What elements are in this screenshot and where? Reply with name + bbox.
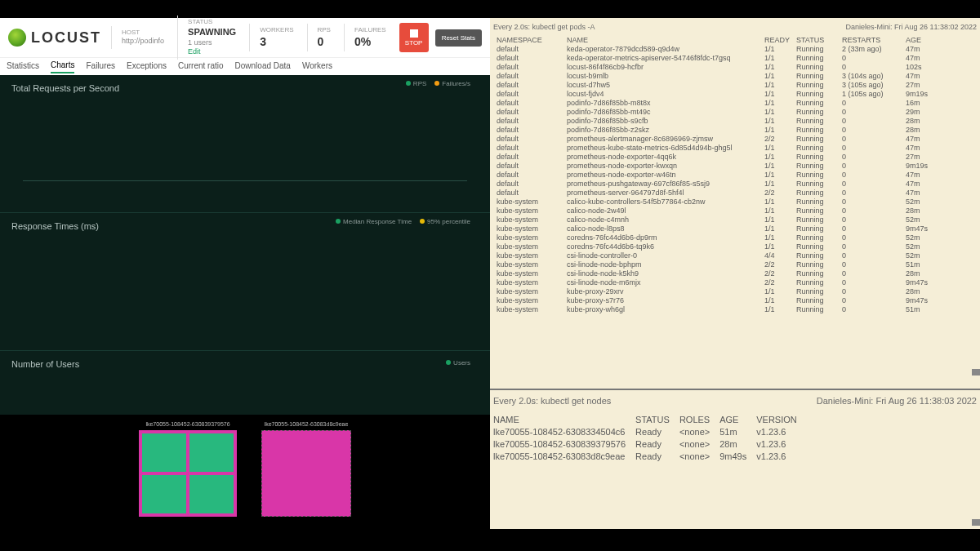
table-row: defaultprometheus-node-exporter-4qq6k1/1… [493, 153, 977, 162]
table-row: lke70055-108452-630839379576Ready<none>2… [493, 438, 807, 451]
host-block: HOST http://podinfo [111, 26, 174, 49]
table-row: defaultpodinfo-7d86f85bb-z2skz1/1Running… [493, 126, 977, 135]
nodes-table: NAMESTATUSROLESAGEVERSIONlke70055-108452… [493, 414, 807, 463]
table-row: defaultprometheus-node-exporter-kwxqn1/1… [493, 162, 977, 171]
status-value: SPAWNING [188, 26, 236, 38]
table-row: defaultpodinfo-7d86f85bb-mt49c1/1Running… [493, 108, 977, 117]
brand-text: LOCUST [31, 29, 101, 47]
status-block: STATUS SPAWNING 1 users Edit [177, 16, 246, 60]
table-row: defaultprometheus-server-964797d8f-5hf4l… [493, 189, 977, 198]
locust-logo: LOCUST [8, 29, 108, 47]
table-row: kube-systemcsi-linode-controller-04/4Run… [493, 251, 977, 260]
worker-grid-icon [139, 430, 237, 517]
chart-users-title: Number of Users [11, 359, 479, 369]
table-row: defaultprometheus-alertmanager-8c6896969… [493, 135, 977, 144]
chart-response: Response Times (ms) Median Response Time… [0, 213, 490, 351]
table-row: defaultprometheus-node-exporter-w46tn1/1… [493, 171, 977, 180]
host-value: http://podinfo [122, 37, 164, 47]
chart-users: Number of Users Users [0, 351, 490, 390]
workers-block: WORKERS 3 [249, 24, 303, 52]
locust-ui: LOCUST HOST http://podinfo STATUS SPAWNI… [0, 18, 490, 529]
tab-ratio[interactable]: Current ratio [178, 61, 224, 73]
table-row: kube-systemkube-proxy-s7r761/1Running09m… [493, 296, 977, 305]
reset-button[interactable]: Reset Stats [435, 29, 482, 47]
worker-thumb[interactable]: lke70055-108452-630839379576 [139, 421, 237, 529]
watch-cmd: Every 2.0s: kubectl get pods -A [493, 23, 595, 31]
table-row: kube-systemcsi-linode-node-bphpm2/2Runni… [493, 260, 977, 269]
table-row: kube-systemkube-proxy-wh6gl1/1Running051… [493, 305, 977, 314]
locust-header: LOCUST HOST http://podinfo STATUS SPAWNI… [0, 18, 490, 57]
chart-baseline [23, 180, 467, 181]
watch-host: Danieles-Mini: Fri Aug 26 11:38:02 2022 [845, 23, 977, 31]
tab-failures[interactable]: Failures [86, 61, 115, 73]
edit-link[interactable]: Edit [188, 47, 201, 56]
worker-thumb[interactable]: lke70055-108452-63083d8c9eae [261, 421, 351, 529]
terminal-pane: Every 2.0s: kubectl get pods -A Danieles… [490, 18, 980, 529]
table-row: kube-systemkube-proxy-29xrv1/1Running028… [493, 287, 977, 296]
table-row: defaultlocust-d7hw51/1Running3 (105s ago… [493, 81, 977, 90]
table-row: defaultlocust-86f4f86cb9-hcfbr1/1Running… [493, 63, 977, 72]
table-row: defaultlocust-b9mlb1/1Running3 (104s ago… [493, 72, 977, 81]
tab-workers[interactable]: Workers [302, 61, 332, 73]
pods-pane[interactable]: Every 2.0s: kubectl get pods -A Danieles… [490, 18, 980, 369]
table-row: kube-systemcsi-linode-node-m6mjx2/2Runni… [493, 278, 977, 287]
table-row: defaultpodinfo-7d86f85bb-s9cfb1/1Running… [493, 117, 977, 126]
locust-tabs: Statistics Charts Failures Exceptions Cu… [0, 57, 490, 75]
table-row: defaultkeda-operator-7879dcd589-q9d4w1/1… [493, 45, 977, 54]
table-row: defaultpodinfo-7d86f85bb-m8t8x1/1Running… [493, 99, 977, 108]
rps-block: RPS 0 [307, 24, 341, 52]
tab-exceptions[interactable]: Exceptions [127, 61, 167, 73]
chart-rps-legend: RPS Failures/s [406, 80, 470, 87]
table-row: kube-systemcalico-node-c4mnh1/1Running05… [493, 216, 977, 224]
tab-download[interactable]: Download Data [235, 61, 291, 73]
pods-table: NAMESPACENAMEREADYSTATUSRESTARTSAGEdefau… [493, 36, 977, 314]
watch-host: Danieles-Mini: Fri Aug 26 11:38:03 2022 [817, 395, 977, 407]
table-row: kube-systemcoredns-76fc44d6b6-tq9k61/1Ru… [493, 242, 977, 251]
table-row: defaultlocust-fjdv41/1Running1 (105s ago… [493, 90, 977, 99]
locust-icon [8, 29, 26, 47]
table-row: defaultprometheus-kube-state-metrics-6d8… [493, 144, 977, 153]
failures-block: FAILURES 0% [344, 24, 396, 52]
tab-statistics[interactable]: Statistics [7, 61, 39, 73]
worker-thumbs: lke70055-108452-630839379576 lke70055-10… [0, 415, 490, 529]
chart-users-legend: Users [446, 359, 470, 367]
stop-button[interactable]: STOP [399, 23, 429, 52]
worker-solid-icon [261, 430, 351, 517]
table-row: kube-systemcalico-kube-controllers-54f5b… [493, 198, 977, 207]
table-row: lke70055-108452-6308334504c6Ready<none>5… [493, 426, 807, 438]
table-row: kube-systemcoredns-76fc44d6b6-dp9rm1/1Ru… [493, 233, 977, 242]
tab-charts[interactable]: Charts [51, 60, 74, 73]
table-row: defaultkeda-operator-metrics-apiserver-5… [493, 54, 977, 63]
nodes-pane[interactable]: Every 2.0s: kubectl get nodes Danieles-M… [490, 389, 980, 529]
watch-cmd: Every 2.0s: kubectl get nodes [493, 395, 611, 407]
chart-rps: Total Requests per Second RPS Failures/s [0, 75, 490, 213]
table-row: kube-systemcalico-node-2w49l1/1Running02… [493, 207, 977, 216]
chart-rt-legend: Median Response Time 95% percentile [336, 218, 470, 225]
scrollbar-thumb[interactable] [972, 519, 980, 526]
table-row: kube-systemcsi-linode-node-k5kh92/2Runni… [493, 269, 977, 278]
table-row: defaultprometheus-pushgateway-697cf86f85… [493, 180, 977, 189]
table-row: kube-systemcalico-node-l8ps81/1Running09… [493, 224, 977, 233]
table-row: lke70055-108452-63083d8c9eaeReady<none>9… [493, 451, 807, 463]
